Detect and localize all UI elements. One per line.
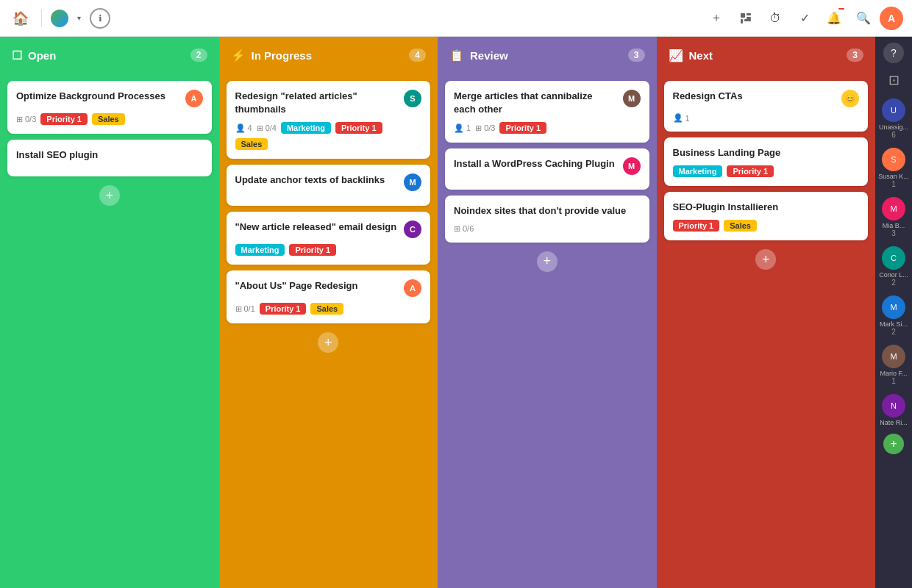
sidebar-user[interactable]: M Mia B... 3 <box>877 193 911 242</box>
column-body-review: Merge articles that cannibalize each oth… <box>438 74 657 588</box>
search-button[interactable]: 🔍 <box>850 5 877 32</box>
project-icon <box>51 10 68 27</box>
sidebar-user-count: 2 <box>891 328 896 336</box>
card-title: Redesign "related articles" thumbnails <box>235 90 399 116</box>
stat-icon: ⊞ <box>235 304 242 314</box>
card-avatar: C <box>404 220 421 238</box>
add-card-button-review[interactable]: + <box>537 251 557 272</box>
card-meta: ⊞0/1Priority 1Sales <box>235 303 422 315</box>
card-card-4[interactable]: Update anchor texts of backlinks M <box>227 165 431 206</box>
sidebar-username: Unassig... <box>877 123 910 131</box>
card-title: Merge articles that cannibalize each oth… <box>454 90 617 116</box>
notifications-button[interactable]: 🔔 <box>821 5 847 32</box>
card-card-7[interactable]: Merge articles that cannibalize each oth… <box>445 81 649 143</box>
card-card-8[interactable]: Install a WordPress Caching Plugin M <box>445 148 649 190</box>
column-header-inprogress: ⚡ In Progress 4 <box>219 37 438 74</box>
column-open: ☐ Open 2 Optimize Background Processes A… <box>0 37 219 588</box>
card-meta: ⊞0/3Priority 1Sales <box>16 113 203 125</box>
add-user-button[interactable]: + <box>883 434 904 454</box>
card-header: Merge articles that cannibalize each oth… <box>454 90 641 116</box>
chevron-down-icon: ▾ <box>77 14 81 22</box>
card-title: Install a WordPress Caching Plugin <box>454 157 617 171</box>
sidebar-avatar: U <box>882 98 905 122</box>
stat-icon: 👤 <box>673 113 683 123</box>
column-icon-review: 📋 <box>449 49 464 62</box>
help-icon[interactable]: ? <box>883 43 904 63</box>
column-icon-open: ☐ <box>12 49 22 62</box>
sidebar-user[interactable]: C Conor L... 2 <box>877 242 911 291</box>
card-title: SEO-Plugin Installieren <box>673 201 860 214</box>
card-tag: Priority 1 <box>40 113 88 125</box>
sidebar-user[interactable]: M Mark Si... 2 <box>877 291 911 340</box>
sidebar-user-count: 2 <box>891 279 896 287</box>
sidebar-username: Conor L... <box>877 271 910 279</box>
card-stat: ⊞0/3 <box>475 123 495 133</box>
sidebar-avatar: M <box>882 295 905 319</box>
add-card-button-next[interactable]: + <box>755 249 776 270</box>
column-count-next: 3 <box>847 49 863 62</box>
sidebar-avatar: M <box>882 197 905 220</box>
card-avatar: 😊 <box>841 90 859 107</box>
card-card-11[interactable]: Business Landing Page MarketingPriority … <box>664 137 869 186</box>
sidebar-user[interactable]: N Nate Ri... <box>877 390 911 431</box>
column-body-open: Optimize Background Processes A ⊞0/3Prio… <box>0 74 219 588</box>
card-card-3[interactable]: Redesign "related articles" thumbnails S… <box>227 81 431 159</box>
card-card-6[interactable]: "About Us" Page Redesign A ⊞0/1Priority … <box>227 270 431 323</box>
column-body-inprogress: Redesign "related articles" thumbnails S… <box>219 74 438 588</box>
card-meta: MarketingPriority 1 <box>235 244 422 256</box>
info-button[interactable]: ℹ <box>90 8 110 29</box>
card-header: Install SEO plugin <box>16 148 203 162</box>
sidebar-username: Susan K... <box>877 173 910 180</box>
layout-button[interactable] <box>733 5 759 32</box>
card-card-9[interactable]: Noindex sites that don't provide value ⊞… <box>445 196 649 242</box>
card-meta: 👤1⊞0/3Priority 1 <box>454 122 641 134</box>
card-tag: Marketing <box>281 122 331 134</box>
sidebar-username: Mario F... <box>877 370 910 377</box>
column-header-open: ☐ Open 2 <box>0 37 219 74</box>
user-avatar[interactable]: A <box>880 7 903 30</box>
column-header-review: 📋 Review 3 <box>438 37 657 74</box>
card-card-12[interactable]: SEO-Plugin Installieren Priority 1Sales <box>664 192 869 240</box>
sidebar-user[interactable]: M Mario F... 1 <box>877 340 911 390</box>
topbar-divider <box>41 10 42 27</box>
card-avatar: M <box>404 173 421 191</box>
add-card-button-open[interactable]: + <box>99 185 120 206</box>
stat-icon: 👤 <box>235 123 246 133</box>
home-button[interactable]: 🏠 <box>9 7 32 30</box>
add-button[interactable]: ＋ <box>703 5 730 32</box>
card-header: "New article released" email design C <box>235 220 422 238</box>
card-card-1[interactable]: Optimize Background Processes A ⊞0/3Prio… <box>7 81 212 134</box>
card-card-2[interactable]: Install SEO plugin <box>7 140 212 176</box>
sidebar-username: Mia B... <box>877 222 910 229</box>
card-tag: Sales <box>235 138 268 150</box>
card-tag: Marketing <box>673 165 723 177</box>
card-header: Update anchor texts of backlinks M <box>235 173 422 191</box>
timer-button[interactable]: ⏱ <box>762 5 788 32</box>
card-title: "About Us" Page Redesign <box>235 279 399 293</box>
card-title: Noindex sites that don't provide value <box>454 204 641 218</box>
card-tag: Sales <box>724 220 757 232</box>
card-stat: 👤4 <box>235 123 252 133</box>
card-header: SEO-Plugin Installieren <box>673 201 860 214</box>
card-avatar: M <box>623 157 641 175</box>
card-avatar: A <box>404 279 421 297</box>
card-header: "About Us" Page Redesign A <box>235 279 422 297</box>
card-avatar: A <box>185 90 203 107</box>
card-header: Install a WordPress Caching Plugin M <box>454 157 641 175</box>
sidebar-user-count: 3 <box>891 229 896 237</box>
card-header: Noindex sites that don't provide value <box>454 204 641 218</box>
project-selector[interactable]: ▾ <box>51 10 81 27</box>
svg-rect-4 <box>747 17 751 19</box>
card-card-10[interactable]: Redesign CTAs 😊 👤1 <box>664 81 869 132</box>
sidebar-layout-icon[interactable]: ⊡ <box>888 72 899 88</box>
svg-rect-2 <box>741 19 743 24</box>
card-meta: 👤4⊞0/4MarketingPriority 1 <box>235 122 422 134</box>
sidebar-avatar: N <box>882 394 905 417</box>
sidebar-user[interactable]: U Unassig... 6 <box>877 94 911 143</box>
card-card-5[interactable]: "New article released" email design C Ma… <box>227 212 431 265</box>
card-tag: Priority 1 <box>673 220 720 232</box>
card-stat: ⊞0/3 <box>16 115 36 124</box>
check-button[interactable]: ✓ <box>791 5 818 32</box>
sidebar-user[interactable]: S Susan K... 1 <box>877 143 911 193</box>
add-card-button-inprogress[interactable]: + <box>318 332 338 353</box>
